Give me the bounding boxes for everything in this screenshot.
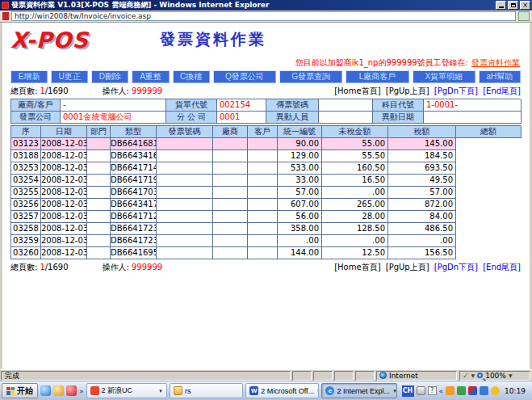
vendor-customer-field[interactable]: - bbox=[61, 99, 166, 112]
taskbar-clock[interactable]: 10:19 bbox=[502, 387, 528, 395]
cell-dept bbox=[87, 150, 111, 162]
nav-home[interactable]: [Home首頁] bbox=[334, 263, 380, 272]
modified-date-label: 異動日期 bbox=[373, 112, 424, 124]
tray-icon-orange[interactable] bbox=[446, 386, 455, 395]
cell-dept bbox=[87, 199, 111, 211]
cell-untaxed-amount: 55.00 bbox=[322, 138, 388, 150]
vendor-customer-button[interactable]: L廠商客戶 bbox=[346, 70, 408, 83]
modified-date-field[interactable] bbox=[424, 112, 522, 124]
cell-date: 2008-12-03 bbox=[41, 138, 87, 150]
cell-date: 2008-12-03 bbox=[41, 223, 87, 235]
cell-customer bbox=[248, 162, 278, 175]
page-nav: [Home首頁] [PgUp上頁] [PgDn下頁] [End尾頁] bbox=[332, 85, 521, 97]
messenger-quicklaunch-icon[interactable] bbox=[40, 385, 51, 396]
account-code-field[interactable]: 1-0001- bbox=[424, 99, 522, 112]
taskbar: 开始 » 2 新浪UC ▼ rs W 2 Microsoft Off... ▼ … bbox=[0, 381, 532, 400]
status-bar: 完成 Internet ✓ ▼ 100% ▼ bbox=[0, 369, 532, 381]
dropdown-icon: ▼ bbox=[392, 389, 397, 394]
nav-pgup[interactable]: [PgUp上頁] bbox=[386, 86, 429, 95]
invoice-company-field[interactable]: 0001金統電腦公司 bbox=[61, 112, 166, 124]
order-detail-button[interactable]: X貨單明細 bbox=[413, 70, 475, 83]
task-sina-uc[interactable]: 2 新浪UC ▼ bbox=[86, 383, 167, 398]
table-row[interactable]: 03258 2008-12-03 DB66417232 358.00 128.5… bbox=[11, 223, 457, 235]
shield-icon[interactable] bbox=[491, 386, 500, 395]
table-row[interactable]: 03253 2008-12-03 DB66417147 533.00 160.5… bbox=[11, 162, 457, 175]
branch-field[interactable]: 0001 bbox=[217, 112, 266, 124]
language-indicator[interactable]: CH bbox=[402, 385, 414, 397]
restore-button[interactable] bbox=[508, 1, 518, 10]
page-icon[interactable] bbox=[518, 11, 530, 21]
vendor-customer-label: 廠商/客戶 bbox=[11, 99, 61, 112]
task-internet-explorer[interactable]: e 2 Internet Expl... ▼ bbox=[321, 383, 396, 398]
start-button[interactable]: 开始 bbox=[2, 383, 38, 398]
page-header: X-POS 發票資料作業 bbox=[10, 27, 530, 57]
nav-pgdn[interactable]: [PgDn下頁] bbox=[434, 263, 478, 272]
cell-dept bbox=[87, 162, 111, 175]
cell-untaxed-amount: 16.50 bbox=[322, 175, 388, 187]
close-button[interactable]: × bbox=[520, 1, 530, 10]
nav-end[interactable]: [End尾頁] bbox=[483, 86, 521, 95]
cell-type: DB66417232 bbox=[111, 223, 157, 235]
refresh-button[interactable]: A重整 bbox=[132, 70, 169, 83]
invoice-company-button[interactable]: Q發票公司 bbox=[213, 70, 276, 83]
switch-file-button[interactable]: C換檔 bbox=[173, 70, 210, 83]
zoom-control[interactable]: ✓ ▼ 100% ▼ bbox=[459, 371, 530, 381]
tray-icon-green[interactable] bbox=[457, 386, 466, 395]
task-folder-rs[interactable]: rs bbox=[170, 383, 243, 398]
table-row[interactable]: 03256 2008-12-03 DB66434171 607.00 265.0… bbox=[11, 199, 457, 211]
dropdown-icon: ▼ bbox=[158, 389, 163, 394]
nav-pgup[interactable]: [PgUp上頁] bbox=[386, 263, 429, 272]
invoice-query-button[interactable]: G發票查詢 bbox=[279, 70, 342, 83]
table-row[interactable]: 03259 2008-12-03 DB66417233 .00 .00 .00 bbox=[11, 235, 457, 247]
add-button[interactable]: E增新 bbox=[10, 70, 48, 83]
voucher-no-field[interactable] bbox=[319, 99, 373, 112]
cell-type: DB66417030 bbox=[111, 187, 157, 199]
pagination-bottom: 總頁數: 1 /1690 操作人: 999999 [Home首頁] [PgUp上… bbox=[10, 261, 521, 273]
cell-seq: 03259 bbox=[11, 235, 41, 247]
cell-type: DB66416818 bbox=[111, 138, 157, 150]
table-row[interactable]: 03123 2008-12-03 DB66416818 90.00 55.00 … bbox=[11, 138, 457, 150]
chevron-right-icon[interactable]: » bbox=[79, 387, 84, 395]
operator-id: 999999 bbox=[132, 261, 162, 273]
minimize-button[interactable] bbox=[496, 1, 506, 10]
task-microsoft-office[interactable]: W 2 Microsoft Off... ▼ bbox=[245, 383, 319, 398]
edit-button[interactable]: U更正 bbox=[51, 70, 88, 83]
window-title: 發票資料作業 V1.03[X-POS 雲端商務網] - Windows Inte… bbox=[11, 0, 496, 11]
url-field[interactable]: http://win2008/tw/Invoice/invoice.asp bbox=[11, 11, 516, 21]
cell-tax-amount: 693.50 bbox=[388, 162, 456, 175]
cell-tax-amount: 156.50 bbox=[388, 247, 456, 259]
cell-date: 2008-12-03 bbox=[41, 199, 87, 211]
modified-by-field[interactable] bbox=[319, 112, 373, 124]
operator-label: 操作人: bbox=[103, 85, 129, 97]
delete-button[interactable]: D刪除 bbox=[91, 70, 128, 83]
tray-icon-blue[interactable] bbox=[480, 386, 488, 395]
uc-quicklaunch-icon[interactable] bbox=[53, 385, 64, 396]
table-row[interactable]: 03257 2008-12-03 DB66417128 56.00 28.00 … bbox=[11, 211, 457, 223]
nav-end[interactable]: [End尾頁] bbox=[483, 263, 521, 272]
chevron-left-icon[interactable]: « bbox=[439, 387, 444, 395]
login-notice-link[interactable]: 發票資料作業 bbox=[471, 58, 520, 67]
table-row[interactable]: 03255 2008-12-03 DB66417030 57.00 .00 57… bbox=[11, 187, 457, 199]
table-row[interactable]: 03254 2008-12-03 DB66417192 33.00 16.50 … bbox=[11, 175, 457, 187]
dropdown-icon: ▼ bbox=[316, 389, 319, 394]
nav-home[interactable]: [Home首頁] bbox=[334, 86, 380, 95]
cell-invoice-no bbox=[157, 199, 213, 211]
order-code-field[interactable]: 002154 bbox=[217, 99, 266, 112]
nav-pgdn[interactable]: [PgDn下頁] bbox=[434, 86, 478, 95]
table-row[interactable]: 03260 2008-12-03 DB66416958 144.00 12.50… bbox=[11, 247, 457, 259]
cell-seq: 03260 bbox=[11, 247, 41, 259]
printer-icon[interactable] bbox=[417, 386, 425, 395]
cell-tax-id: 144.00 bbox=[278, 247, 322, 259]
task-label: rs bbox=[185, 387, 191, 395]
table-row[interactable]: 03188 2008-12-03 DB66434162 129.00 55.50… bbox=[11, 150, 457, 162]
window-titlebar[interactable]: 發票資料作業 V1.03[X-POS 雲端商務網] - Windows Inte… bbox=[0, 0, 532, 11]
cell-untaxed-amount: 12.50 bbox=[322, 247, 388, 259]
cell-seq: 03254 bbox=[11, 175, 41, 187]
help-button[interactable]: aH幫助 bbox=[479, 70, 521, 83]
order-code-label: 貨單代號 bbox=[166, 99, 217, 112]
qq-quicklaunch-icon[interactable] bbox=[66, 385, 77, 396]
browser-body: X-POS 發票資料作業 您目前以加盟商ik1_np的999999號員工登錄在:… bbox=[0, 23, 532, 369]
cell-tax-id: 56.00 bbox=[278, 211, 322, 223]
tray-icon-redblue[interactable] bbox=[468, 386, 477, 395]
help-tray-icon[interactable]: ? bbox=[428, 386, 437, 395]
